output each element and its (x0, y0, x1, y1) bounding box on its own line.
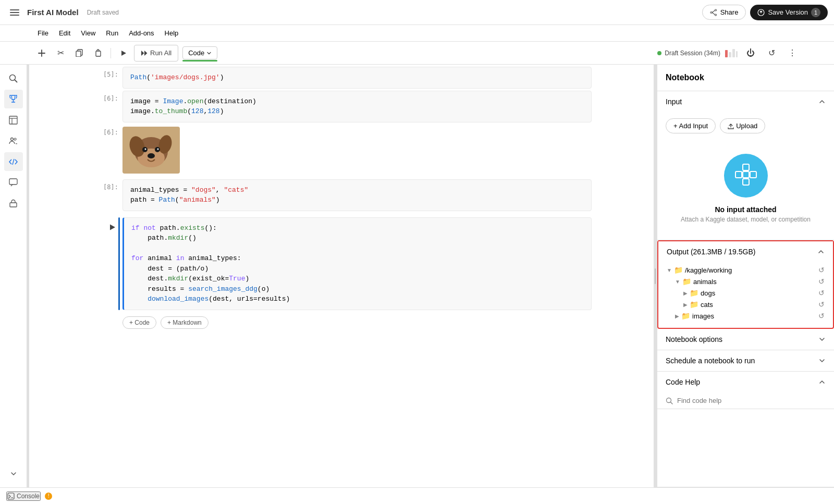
console-button[interactable]: Console (6, 491, 41, 501)
sidebar-item-trophy[interactable] (4, 90, 23, 108)
run-all-button[interactable]: Run All (134, 45, 178, 62)
svg-rect-16 (729, 52, 731, 57)
cell-5-gutter: [5]: (91, 67, 122, 89)
schedule-section-header[interactable]: Schedule a notebook to run (657, 350, 834, 371)
save-version-label: Save Version (768, 8, 808, 16)
dog-image (122, 127, 180, 174)
terminal-icon (7, 493, 15, 500)
cell-8-content[interactable]: animal_types = "dogs", "cats" path = Pat… (122, 179, 592, 211)
session-dot (657, 51, 661, 55)
input-section-body: + Add Input Upload (657, 112, 834, 240)
add-code-button[interactable]: + Code (122, 316, 156, 329)
more-options-button[interactable]: ⋮ (784, 45, 801, 62)
notebook-area: [5]: Path('images/dogs.jpg') [6]: image … (29, 65, 654, 487)
sidebar-item-people[interactable] (4, 131, 23, 150)
code-type-button[interactable]: Code (182, 46, 217, 59)
search-icon (666, 397, 673, 404)
svg-point-39 (157, 148, 159, 150)
code-help-collapse-icon (818, 378, 826, 386)
save-version-button[interactable]: Save Version 1 (750, 5, 828, 20)
run-cell-icon[interactable] (109, 224, 116, 231)
file-tree: ▼ 📁 /kaggle/working ↺ ▼ 📁 animals ↺ ▶ 📁 … (658, 262, 833, 328)
file-name-kaggle-working: /kaggle/working (685, 266, 816, 274)
resource-meters (725, 48, 738, 58)
refresh-icon-2[interactable]: ↺ (818, 277, 825, 286)
code-type-label: Code (188, 49, 204, 57)
file-item-kaggle-working[interactable]: ▼ 📁 /kaggle/working ↺ (667, 264, 825, 276)
version-badge: 1 (811, 8, 820, 17)
sidebar-expand[interactable] (4, 464, 23, 483)
code-help-header[interactable]: Code Help (657, 372, 834, 392)
cell-active-gutter (91, 217, 122, 310)
input-collapse-icon (818, 98, 826, 105)
notebook-options-header[interactable]: Notebook options (657, 329, 834, 350)
cell-8-code[interactable]: animal_types = "dogs", "cats" path = Pat… (122, 179, 592, 211)
svg-rect-29 (9, 179, 17, 185)
file-item-dogs[interactable]: ▶ 📁 dogs ↺ (667, 287, 825, 299)
svg-rect-53 (8, 493, 14, 499)
input-section-label: Input (666, 97, 682, 106)
sidebar-item-code[interactable] (4, 152, 23, 171)
svg-point-40 (148, 153, 155, 158)
sidebar-item-packages[interactable] (4, 194, 23, 213)
paste-button[interactable] (90, 45, 106, 62)
svg-line-28 (13, 159, 14, 165)
file-name-animals: animals (693, 278, 816, 286)
upload-button[interactable]: Upload (720, 118, 765, 133)
menu-view[interactable]: View (77, 27, 100, 39)
file-item-cats[interactable]: ▶ 📁 cats ↺ (667, 299, 825, 310)
input-section-header[interactable]: Input (657, 91, 834, 112)
cell-6-content[interactable]: image = Image.open(destination) image.to… (122, 91, 592, 122)
console-label: Console (17, 493, 40, 500)
cell-6-gutter: [6]: (91, 91, 122, 122)
sidebar-item-table[interactable] (4, 110, 23, 129)
no-input-sub: Attach a Kaggle dataset, model, or compe… (681, 216, 811, 223)
copy-button[interactable] (71, 45, 88, 62)
file-name-cats: cats (701, 301, 816, 309)
svg-point-3 (715, 9, 716, 11)
cell-active-code[interactable]: if not path.exists(): path.mkdir() for a… (122, 217, 592, 310)
refresh-icon-images[interactable]: ↺ (818, 312, 825, 320)
output-section-label: Output (261.3MB / 19.5GB) (667, 248, 755, 256)
cell-5-code[interactable]: Path('images/dogs.jpg') (122, 67, 592, 89)
sidebar-item-comments[interactable] (4, 173, 23, 192)
run-cell-button[interactable] (115, 45, 132, 62)
power-button[interactable]: ⏻ (742, 45, 759, 62)
cell-active-content[interactable]: if not path.exists(): path.mkdir() for a… (122, 217, 592, 310)
menu-bar: File Edit View Run Add-ons Help (0, 25, 834, 42)
hamburger-button[interactable] (6, 4, 23, 21)
share-button[interactable]: Share (702, 5, 746, 20)
cell-6-code-block[interactable]: image = Image.open(destination) image.to… (122, 91, 592, 122)
schedule-expand-icon (818, 357, 826, 364)
svg-point-5 (710, 11, 712, 13)
add-input-button[interactable]: + Add Input (666, 118, 716, 133)
file-item-animals[interactable]: ▼ 📁 animals ↺ (667, 276, 825, 287)
menu-run[interactable]: Run (102, 27, 122, 39)
file-item-images[interactable]: ▶ 📁 images ↺ (667, 310, 825, 322)
cell-5-content[interactable]: Path('images/dogs.jpg') (122, 67, 592, 89)
refresh-button[interactable]: ↺ (763, 45, 780, 62)
input-section: Input + Add Input Upload (657, 91, 834, 240)
refresh-icon-dogs[interactable]: ↺ (818, 289, 825, 297)
expand-icon[interactable] (4, 464, 23, 483)
cut-button[interactable]: ✂ (52, 45, 69, 62)
menu-file[interactable]: File (33, 27, 53, 39)
sidebar-item-search[interactable] (4, 69, 23, 88)
run-all-label: Run All (150, 49, 171, 57)
add-input-label: + Add Input (673, 122, 708, 130)
code-help-search-input[interactable] (677, 397, 826, 404)
cell-5: [5]: Path('images/dogs.jpg') (91, 67, 592, 89)
output-section-header[interactable]: Output (261.3MB / 19.5GB) (658, 241, 833, 262)
svg-point-4 (715, 14, 716, 16)
menu-addons[interactable]: Add-ons (125, 27, 158, 39)
cell-8: [8]: animal_types = "dogs", "cats" path … (91, 179, 592, 211)
menu-edit[interactable]: Edit (55, 27, 75, 39)
add-cell-toolbar-button[interactable] (33, 45, 50, 62)
menu-help[interactable]: Help (161, 27, 183, 39)
add-markdown-button[interactable]: + Markdown (161, 316, 208, 329)
svg-point-27 (14, 138, 16, 140)
notification-area: ! (45, 493, 52, 500)
refresh-icon-cats[interactable]: ↺ (818, 300, 825, 309)
right-resizer[interactable] (654, 65, 657, 487)
refresh-icon[interactable]: ↺ (818, 266, 825, 274)
